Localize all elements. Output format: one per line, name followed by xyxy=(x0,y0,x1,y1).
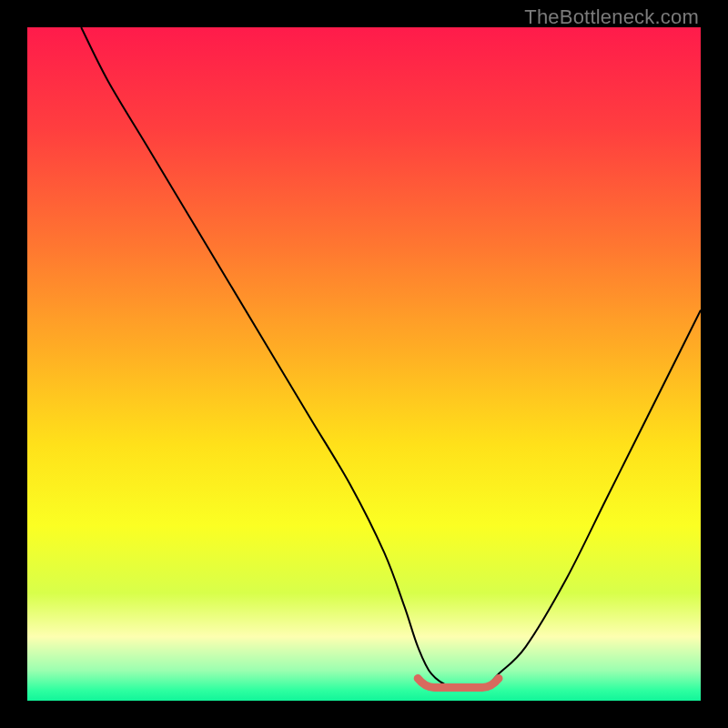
bottleneck-curve xyxy=(27,27,701,701)
plot-area xyxy=(27,27,701,701)
optimal-region-marker xyxy=(418,679,499,688)
curve-line xyxy=(81,27,701,688)
chart-frame: TheBottleneck.com xyxy=(0,0,728,728)
watermark-text: TheBottleneck.com xyxy=(524,5,699,29)
